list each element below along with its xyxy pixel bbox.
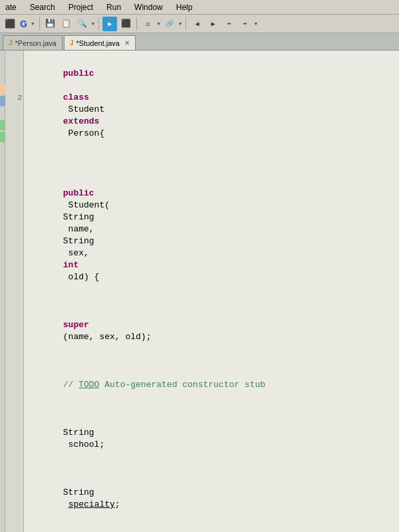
super-args: (name, sex, old); [63,332,152,342]
dropdown-arrow-3: ▾ [156,19,161,28]
menu-search[interactable]: Search [27,2,58,13]
code-line-7: String specialty; [32,463,391,523]
space-9: specialty; [63,499,120,509]
toolbar-btn-7[interactable]: 🔗 [162,17,177,31]
indent-5 [63,368,104,378]
code-line-5: // TODO Auto-generated constructor stub [32,355,391,403]
dropdown-arrow: ▾ [31,19,35,28]
line-num-9 [7,152,22,164]
type-string-3: String [63,428,94,438]
menu-window[interactable]: Window [132,2,166,13]
kw-int: int [63,260,78,270]
g-icon: ⬛ [5,19,15,29]
menu-help[interactable]: Help [174,2,196,13]
line-num-2 [7,68,22,80]
info-indicator-1 [0,96,5,106]
toolbar-btn-2[interactable]: 📋 [59,17,74,31]
type-string-2: String [63,236,94,246]
warning-indicator [0,84,5,94]
menubar-items: ate Search Project Run Window Help [3,2,195,13]
toolbar-btn-9[interactable]: ▶ [205,17,220,31]
info-indicator-3 [0,132,5,142]
student-tab-icon: J [70,39,74,47]
menu-ate[interactable]: ate [3,2,19,13]
comment-todo: // TODO Auto-generated constructor stub [63,380,265,390]
menu-project[interactable]: Project [66,2,96,13]
space-3: Person{ [63,128,104,138]
line-num-8 [7,140,22,152]
separator-2 [98,17,99,31]
tabs-bar: J *Person.java J *Student.java ✕ [0,33,399,51]
indent-4 [63,308,104,318]
info-indicator-2 [0,120,5,130]
student-tab-label: *Student.java [76,39,120,47]
person-tab-label: *Person.java [15,39,57,47]
indent-3 [63,176,84,186]
line-num-4: 2 [7,92,22,104]
kw-extends: extends [63,116,100,126]
left-gutter [0,51,5,532]
line-num-6 [7,116,22,128]
code-line-2 [32,152,391,164]
separator-4 [186,17,186,31]
menubar: ate Search Project Run Window Help [0,0,399,15]
dropdown-arrow-5: ▾ [253,19,258,28]
code-line-3: public Student( String name, String sex,… [32,164,391,295]
type-string-4: String [63,487,94,497]
code-line-8 [32,523,391,532]
line-num-7 [7,128,22,140]
space-8: school; [63,440,104,450]
space-6: sex, [63,248,94,258]
space-5: name, [63,224,100,234]
toolbar-run-btn[interactable]: ▶ [102,17,117,31]
code-content[interactable]: public class Student extends Person{ pub… [24,51,399,532]
toolbar-g-button[interactable]: ⬛ [3,17,17,31]
tab-student-java[interactable]: J *Student.java ✕ [64,35,136,50]
space-7: old) { [63,272,100,282]
space-4: Student( [63,200,110,210]
kw-super: super [63,320,89,330]
code-line-4: super (name, sex, old); [32,295,391,355]
menu-run[interactable]: Run [104,2,124,13]
kw-public-1: public [63,68,94,78]
toolbar: ⬛ G ▾ 💾 📋 🔍 ▾ ▶ ⬛ ⚖ ▾ 🔗 ▾ ◀ ▶ ⬅ ➡ ▾ [0,15,399,33]
toolbar-btn-5[interactable]: ⬛ [118,17,133,31]
code-line-1: public class Student extends Person{ [32,56,391,152]
line-num-5 [7,104,22,116]
separator-1 [39,17,40,31]
toolbar-save[interactable]: 💾 [43,17,58,31]
code-line-6: String school; [32,403,391,463]
toolbar-btn-8[interactable]: ◀ [190,17,204,31]
line-numbers: 2 [5,51,24,532]
person-tab-icon: J [9,39,13,47]
line-num-3 [7,80,22,92]
toolbar-btn-3[interactable]: 🔍 [75,17,90,31]
space-2: Student [63,104,110,114]
g-label: G [20,19,27,29]
type-string-1: String [63,212,94,222]
kw-public-2: public [63,188,94,198]
tab-close-button[interactable]: ✕ [124,39,130,47]
space-1 [63,80,68,90]
dropdown-arrow-2: ▾ [91,19,96,28]
dropdown-arrow-4: ▾ [178,19,183,28]
toolbar-btn-6[interactable]: ⚖ [140,17,155,31]
editor-area: 2 public class Student extends Person{ p… [0,51,399,532]
separator-3 [136,17,137,31]
indent-7 [63,475,84,485]
toolbar-btn-11[interactable]: ➡ [237,17,252,31]
line-num-10 [7,164,22,176]
kw-class: class [63,92,89,102]
line-num-1 [7,56,22,68]
toolbar-btn-10[interactable]: ⬅ [221,17,236,31]
indent-6 [63,416,84,426]
tab-person-java[interactable]: J *Person.java [3,35,63,50]
